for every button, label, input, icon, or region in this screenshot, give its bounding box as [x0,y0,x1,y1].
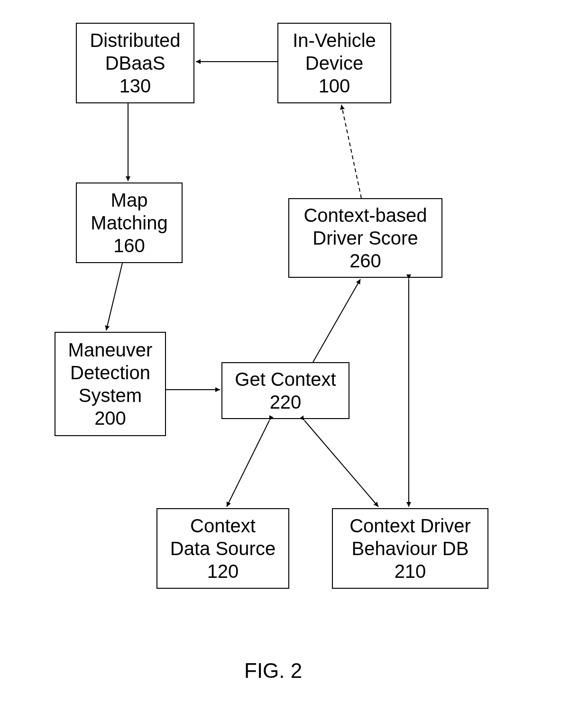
node-getctx: Get Context 220 [221,362,349,419]
arrow-getctx-ctxsrc [227,420,269,507]
node-map-num: 160 [113,234,145,257]
node-ctxsrc-num: 120 [207,560,239,583]
node-score-l2: Driver Score [312,227,418,249]
node-maneuver-l3: System [79,384,142,407]
node-dbaas-num: 130 [119,74,151,97]
node-score-num: 260 [349,249,381,272]
node-ctxsrc-l1: Context [190,514,256,537]
arrow-map-to-maneuver [106,263,122,330]
node-dbaas: Distributed DBaaS 130 [76,23,194,103]
node-ctxdb-num: 210 [395,560,426,583]
node-ctxdb-l2: Behaviour DB [352,537,469,560]
node-getctx-l1: Get Context [235,368,336,391]
node-ctxsrc: Context Data Source 120 [156,508,289,589]
arrow-score-to-device [341,105,361,198]
node-device: In-Vehicle Device 100 [277,23,391,103]
arrow-getctx-ctxdb [304,420,378,507]
node-map-l2: Matching [91,211,167,234]
node-dbaas-l2: DBaaS [105,52,165,74]
node-maneuver-l1: Maneuver [68,338,153,361]
node-score-l1: Context-based [303,204,427,227]
node-maneuver-num: 200 [94,407,126,429]
node-score: Context-based Driver Score 260 [288,198,442,278]
node-maneuver: Maneuver Detection System 200 [55,332,166,436]
node-device-l1: In-Vehicle [293,29,376,52]
node-getctx-num: 220 [270,391,302,413]
node-map: Map Matching 160 [76,183,183,263]
node-ctxsrc-l2: Data Source [170,537,276,560]
node-dbaas-l1: Distributed [90,29,180,52]
node-map-l1: Map [111,189,148,211]
node-maneuver-l2: Detection [70,361,150,384]
node-ctxdb: Context Driver Behaviour DB 210 [332,508,488,589]
arrow-getctx-to-score [313,279,360,362]
node-device-l2: Device [305,52,363,74]
figure-caption: FIG. 2 [244,659,302,683]
node-device-num: 100 [319,74,350,97]
node-ctxdb-l1: Context Driver [349,514,471,537]
